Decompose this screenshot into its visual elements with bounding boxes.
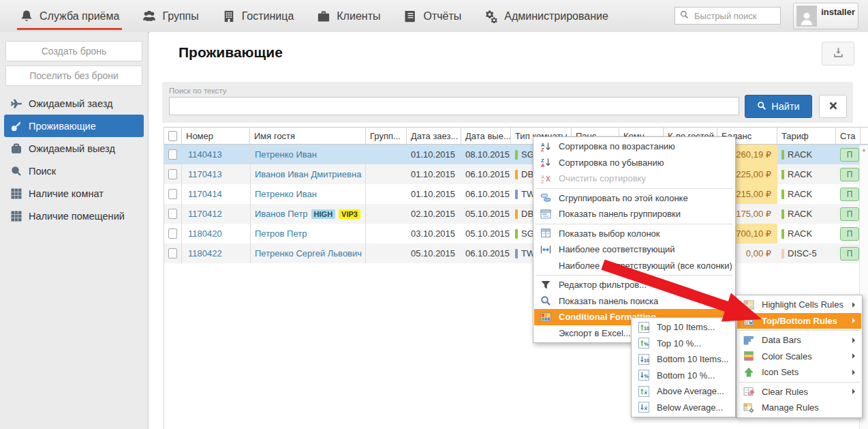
menu-separator bbox=[739, 382, 860, 383]
menu-item-label: Clear Rules bbox=[762, 387, 808, 397]
menu-separator bbox=[536, 188, 733, 189]
menu-item-сгруппировать-по-этой-колонке[interactable]: Сгруппировать по этой колонке bbox=[534, 190, 734, 207]
menu-item-сортировка-по-возрастанию[interactable]: AZСортировка по возрастанию bbox=[534, 138, 734, 155]
export-download-button[interactable] bbox=[822, 42, 854, 65]
column-header-дата-вые[interactable]: Дата вые... bbox=[461, 128, 511, 144]
row-checkbox[interactable] bbox=[168, 209, 177, 219]
sidebar-item-expected-departure[interactable]: Ожидаемый выезд bbox=[0, 137, 148, 160]
menu-item-показать-выбор-колонок[interactable]: Показать выбор колонок bbox=[534, 226, 734, 242]
nav-tab-reports[interactable]: Отчёты bbox=[392, 0, 473, 32]
table-row[interactable]: 1180420Петров Петр03.10.201505.10.2015SG… bbox=[164, 224, 868, 243]
menu-item-редактор-фильтров[interactable]: Редактор фильтров... bbox=[534, 277, 734, 293]
nav-tab-groups[interactable]: Группы bbox=[131, 0, 210, 32]
sidebar-item-label: Ожидаемый выезд bbox=[29, 143, 115, 154]
svg-text:Z: Z bbox=[541, 179, 544, 184]
guest-name[interactable]: Петров Петр bbox=[250, 224, 366, 243]
guest-name[interactable]: Петренко Иван bbox=[250, 145, 366, 164]
menu-item-label: Показать панель группировки bbox=[559, 209, 681, 219]
menu-item-показать-панель-поиска[interactable]: Показать панель поиска bbox=[534, 293, 734, 310]
reservation-number[interactable]: 1170412 bbox=[182, 204, 250, 224]
tb-item-bottom-10-items[interactable]: 10Bottom 10 Items... bbox=[632, 351, 734, 368]
bottom10-percent-icon: % bbox=[635, 370, 653, 381]
reservation-number[interactable]: 1140413 bbox=[182, 145, 250, 164]
guest-name[interactable]: Иванов Иван Дмитриевна bbox=[250, 164, 366, 184]
submenu-arrow-icon bbox=[852, 338, 855, 343]
tb-item-top-10-items[interactable]: 10Top 10 Items... bbox=[632, 319, 734, 336]
menu-item-показать-панель-группировки[interactable]: Показать панель группировки bbox=[534, 206, 734, 222]
nav-tab-label: Служба приёма bbox=[40, 10, 119, 23]
sidebar-item-expected-arrival[interactable]: Ожидаемый заезд bbox=[0, 92, 148, 115]
nav-tab-front-desk[interactable]: Служба приёма bbox=[8, 0, 131, 32]
column-header-ста[interactable]: Ста bbox=[836, 128, 861, 144]
create-booking-button[interactable]: Создать бронь bbox=[5, 41, 142, 61]
menu-item-наиболее-соответствующий-все-колонки[interactable]: Наиболее соответствующий (все колонки) bbox=[534, 258, 734, 274]
tb-item-above-average[interactable]: x̄Above Average... bbox=[632, 383, 734, 400]
column-header-имя-гостя[interactable]: Имя гостя bbox=[250, 128, 366, 144]
checkout-date: 06.10.2015 bbox=[461, 164, 511, 184]
tb-item-bottom-10-%[interactable]: %Bottom 10 %... bbox=[632, 368, 734, 384]
quick-search-input[interactable] bbox=[693, 10, 775, 22]
reservation-number[interactable]: 1170414 bbox=[182, 184, 250, 204]
checkin-no-booking-button[interactable]: Поселить без брони bbox=[5, 65, 142, 86]
room-type-color-bar bbox=[515, 249, 518, 258]
cf-item-highlight-cells-rules[interactable]: Highlight Cells Rules bbox=[737, 297, 861, 313]
table-row[interactable]: 1170414Петренко Иван01.10.201506.10.2015… bbox=[164, 184, 868, 204]
row-checkbox[interactable] bbox=[168, 248, 177, 258]
sidebar-item-residents[interactable]: Проживающие bbox=[4, 115, 144, 137]
row-checkbox-cell bbox=[164, 224, 182, 243]
guest-name[interactable]: Иванов ПетрHIGHVIP3 bbox=[250, 204, 366, 224]
table-row[interactable]: 1180422Петренко Сергей Львович05.10.2015… bbox=[164, 243, 868, 263]
table-row[interactable]: 1170413Иванов Иван Дмитриевна01.10.20150… bbox=[164, 164, 868, 184]
cf-item-clear-rules[interactable]: Clear Rules bbox=[737, 384, 861, 400]
column-header-номер[interactable]: Номер bbox=[182, 128, 250, 144]
table-row[interactable]: 1140413Петренко Иван01.10.201508.10.2015… bbox=[164, 145, 868, 164]
nav-tab-hotel[interactable]: Гостиница bbox=[211, 0, 306, 32]
guest-name[interactable]: Петренко Сергей Львович bbox=[250, 243, 366, 263]
select-all-checkbox[interactable] bbox=[168, 131, 177, 141]
hotel-pms-window: Служба приёмаГруппыГостиницаКлиентыОтчёт… bbox=[0, 0, 868, 429]
menu-item-очистить-сортировку[interactable]: AZОчистить сортировку bbox=[534, 171, 734, 187]
guest-name[interactable]: Петренко Иван bbox=[250, 184, 366, 204]
nav-tab-label: Группы bbox=[162, 10, 198, 23]
cf-item-data-bars[interactable]: Data Bars bbox=[737, 332, 861, 349]
checkin-date: 02.10.2015 bbox=[407, 204, 461, 224]
reservation-number[interactable]: 1180422 bbox=[182, 243, 250, 263]
cf-item-top-bottom-rules[interactable]: Top/Bottom Rules bbox=[737, 313, 861, 329]
user-menu[interactable]: installer bbox=[793, 3, 858, 29]
cf-item-color-scales[interactable]: Color Scales bbox=[737, 349, 861, 365]
tb-item-below-average[interactable]: x̄Below Average... bbox=[632, 400, 734, 416]
cf-item-manage-rules[interactable]: Manage Rules bbox=[737, 400, 861, 416]
scroll-up-icon[interactable]: ▲ bbox=[860, 147, 868, 152]
column-header-групп[interactable]: Групп... bbox=[366, 128, 407, 144]
row-checkbox[interactable] bbox=[168, 228, 177, 239]
menu-item-сортировка-по-убыванию[interactable]: ZAСортировка по убыванию bbox=[534, 155, 734, 171]
column-header-тариф[interactable]: Тариф bbox=[777, 128, 836, 144]
sidebar-item-space-availability[interactable]: Наличие помещений bbox=[0, 205, 148, 227]
row-checkbox[interactable] bbox=[168, 169, 177, 179]
tb-item-top-10-%[interactable]: %Top 10 %... bbox=[632, 336, 734, 352]
row-checkbox[interactable] bbox=[168, 189, 177, 199]
sidebar-item-room-availability[interactable]: Наличие комнат bbox=[0, 182, 148, 205]
reservation-number[interactable]: 1170413 bbox=[182, 164, 250, 184]
column-header-label: Номер bbox=[186, 131, 213, 141]
tariff-cell: RACK bbox=[777, 184, 836, 204]
group-cell bbox=[366, 164, 407, 184]
find-button[interactable]: Найти bbox=[745, 95, 812, 118]
select-all-header-cell[interactable] bbox=[164, 128, 182, 144]
table-row[interactable]: 1170412Иванов ПетрHIGHVIP302.10.201505.1… bbox=[164, 204, 868, 224]
tariff-color-bar bbox=[781, 170, 784, 179]
reservation-number[interactable]: 1180420 bbox=[182, 224, 250, 243]
row-checkbox[interactable] bbox=[168, 149, 177, 160]
tariff-cell: RACK bbox=[777, 145, 836, 164]
sidebar-item-label: Поиск bbox=[29, 166, 56, 177]
nav-tab-clients[interactable]: Клиенты bbox=[305, 0, 392, 32]
clear-search-button[interactable] bbox=[819, 95, 847, 118]
sidebar-item-search[interactable]: Поиск bbox=[0, 160, 148, 182]
text-search-input[interactable] bbox=[169, 97, 739, 115]
cf-item-icon-sets[interactable]: Icon Sets bbox=[737, 364, 861, 381]
nav-tab-administration[interactable]: Администрирование bbox=[473, 0, 620, 32]
menu-item-label: Сгруппировать по этой колонке bbox=[559, 193, 688, 203]
column-header-дата-заез[interactable]: Дата заез... bbox=[407, 128, 461, 144]
menu-item-label: Наиболее соответствующий (все колонки) bbox=[559, 261, 732, 271]
menu-item-наиболее-соответствующий[interactable]: Наиболее соответствующий bbox=[534, 241, 734, 258]
